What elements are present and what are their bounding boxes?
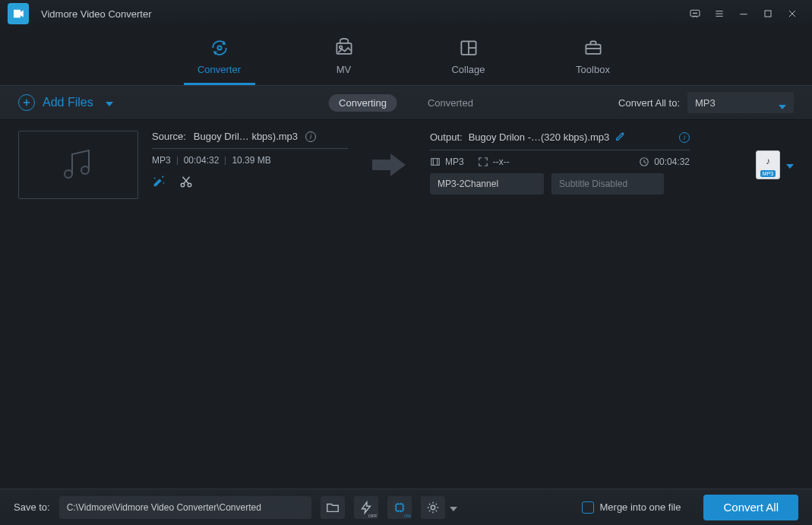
- save-to-label: Save to:: [14, 501, 50, 513]
- open-folder-button[interactable]: [321, 496, 345, 519]
- divider: [152, 148, 348, 149]
- subtitle-value: Subtitle Disabled: [559, 179, 627, 189]
- svg-marker-44: [362, 501, 370, 512]
- svg-point-14: [339, 46, 342, 49]
- app-title: Vidmore Video Converter: [41, 8, 152, 20]
- cut-icon[interactable]: [179, 175, 193, 191]
- maximize-button[interactable]: [756, 2, 780, 26]
- output-label: Output:: [430, 131, 463, 143]
- convert-all-button[interactable]: Convert All: [703, 495, 798, 520]
- feedback-button[interactable]: [683, 2, 707, 26]
- format-dropdown[interactable]: [786, 158, 794, 172]
- add-files-label: Add Files: [43, 96, 93, 109]
- settings-button[interactable]: [421, 496, 445, 519]
- svg-rect-45: [396, 504, 403, 511]
- svg-point-28: [162, 176, 163, 178]
- svg-point-27: [81, 166, 89, 174]
- subtitle-dropdown[interactable]: Subtitle Disabled: [551, 173, 664, 195]
- source-size: 10.39 MB: [232, 155, 270, 166]
- on-badge: ON: [404, 514, 411, 518]
- svg-rect-8: [765, 11, 771, 17]
- enhance-icon[interactable]: [152, 175, 166, 191]
- svg-point-31: [181, 183, 185, 187]
- svg-point-2: [694, 13, 695, 14]
- save-path-value: C:\Vidmore\Vidmore Video Converter\Conve…: [67, 502, 261, 513]
- svg-point-3: [696, 13, 697, 14]
- svg-rect-36: [431, 159, 440, 166]
- converter-icon: [208, 36, 231, 59]
- nav-toolbox[interactable]: Toolbox: [558, 36, 629, 85]
- format-tag: MP3: [760, 170, 776, 177]
- merge-checkbox[interactable]: Merge into one file: [582, 501, 681, 514]
- close-button[interactable]: [780, 2, 804, 26]
- svg-point-1: [693, 13, 694, 14]
- tab-converted[interactable]: Converted: [417, 94, 484, 112]
- convert-all-to-dropdown[interactable]: MP3: [687, 92, 794, 113]
- edit-name-icon[interactable]: [615, 131, 626, 144]
- convert-all-to-label: Convert All to:: [618, 97, 680, 109]
- audio-track-dropdown[interactable]: MP3-2Channel: [430, 173, 544, 195]
- audio-track-value: MP3-2Channel: [438, 179, 498, 189]
- nav-converter[interactable]: Converter: [184, 36, 255, 85]
- source-duration: 00:04:32: [184, 155, 220, 166]
- source-label: Source:: [152, 131, 186, 142]
- tab-converting[interactable]: Converting: [328, 94, 397, 112]
- off-badge: OFF: [368, 514, 378, 518]
- file-item: Source: Bugoy Dril… kbps).mp3 i MP3 00:0…: [18, 131, 794, 199]
- music-note-icon: [55, 147, 101, 183]
- collage-icon: [457, 36, 480, 59]
- add-files-button[interactable]: Add Files: [18, 94, 113, 111]
- save-path-dropdown[interactable]: C:\Vidmore\Vidmore Video Converter\Conve…: [59, 496, 311, 519]
- svg-point-29: [154, 178, 156, 179]
- checkbox-icon: [582, 501, 594, 514]
- svg-line-34: [183, 177, 189, 184]
- plus-icon: [18, 94, 35, 111]
- output-duration: 00:04:32: [654, 157, 690, 167]
- nav-label: Converter: [197, 64, 241, 75]
- output-filename: Bugoy Drilon -…(320 kbps).mp3: [469, 131, 610, 143]
- format-tile[interactable]: ♪ MP3: [756, 150, 780, 179]
- svg-marker-35: [372, 153, 406, 176]
- source-filename: Bugoy Dril… kbps).mp3: [194, 131, 298, 142]
- arrow-icon: [362, 131, 416, 199]
- menu-button[interactable]: [707, 2, 731, 26]
- file-thumbnail[interactable]: [18, 131, 138, 199]
- nav-collage[interactable]: Collage: [433, 36, 504, 85]
- chevron-down-icon: [106, 96, 113, 109]
- note-icon: ♪: [766, 156, 770, 166]
- svg-point-26: [65, 170, 72, 178]
- clock-icon: [639, 157, 649, 167]
- convert-all-to-value: MP3: [695, 97, 716, 109]
- nav-mv[interactable]: MV: [308, 36, 380, 85]
- mv-icon: [333, 36, 355, 59]
- chevron-down-icon[interactable]: [450, 501, 457, 514]
- svg-point-54: [431, 505, 434, 509]
- minimize-button[interactable]: [731, 2, 756, 26]
- film-icon: [430, 157, 441, 167]
- chevron-down-icon: [779, 100, 786, 105]
- quick-convert-button[interactable]: OFF: [354, 496, 378, 519]
- svg-marker-42: [786, 164, 794, 169]
- nav-label: Collage: [451, 64, 485, 75]
- svg-point-30: [163, 182, 164, 184]
- resolution-icon: [478, 157, 488, 167]
- source-format: MP3: [152, 155, 171, 166]
- app-logo: [8, 3, 29, 24]
- output-resolution: --x--: [493, 157, 510, 167]
- output-format: MP3: [445, 157, 464, 167]
- svg-marker-55: [450, 507, 457, 511]
- source-info-icon[interactable]: i: [305, 131, 316, 142]
- toolbox-icon: [582, 36, 605, 59]
- divider: [430, 150, 690, 150]
- nav-label: MV: [336, 64, 352, 75]
- merge-label: Merge into one file: [600, 501, 681, 513]
- svg-marker-25: [779, 105, 786, 109]
- hardware-accel-button[interactable]: ON: [387, 496, 412, 519]
- nav-label: Toolbox: [576, 64, 610, 75]
- svg-point-32: [188, 183, 191, 187]
- svg-marker-24: [106, 102, 113, 106]
- svg-line-33: [184, 177, 190, 184]
- output-info-icon[interactable]: i: [679, 132, 690, 143]
